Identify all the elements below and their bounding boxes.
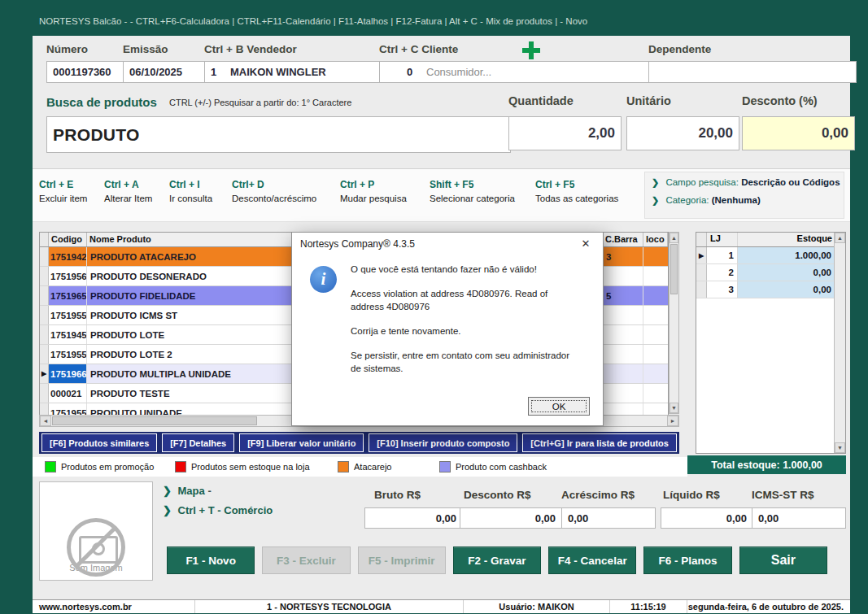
vendedor-shortcut: Ctrl + B bbox=[204, 43, 243, 55]
shortcut-alterar-item[interactable]: Ctrl + AAlterar Item bbox=[104, 179, 152, 203]
emissao-field[interactable]: 06/10/2025 bbox=[123, 61, 208, 83]
product-search-value: PRODUTO bbox=[53, 125, 140, 145]
numero-label: Número bbox=[46, 43, 88, 55]
liquido-label: Líquido R$ bbox=[663, 489, 720, 501]
stock-row[interactable]: 3 0,00 bbox=[696, 281, 845, 298]
f10-produto-composto-button[interactable]: [F10] Inserir produto composto bbox=[369, 433, 517, 452]
scroll-right-icon[interactable]: ► bbox=[667, 416, 678, 426]
scroll-up-icon[interactable]: ▲ bbox=[835, 233, 845, 243]
scroll-left-icon[interactable]: ◄ bbox=[40, 416, 51, 426]
desconto-field[interactable]: 0,00 bbox=[742, 116, 855, 150]
liquido-field[interactable]: 0,00 bbox=[661, 507, 753, 529]
f1-novo-button[interactable]: F1 - Novo bbox=[167, 547, 255, 574]
emissao-value: 06/10/2025 bbox=[129, 66, 182, 78]
quantidade-field[interactable]: 2,00 bbox=[508, 116, 622, 150]
header-lj[interactable]: LJ bbox=[707, 233, 738, 246]
mapa-link[interactable]: ❯ Mapa - bbox=[163, 485, 212, 497]
numero-value: 0001197360 bbox=[53, 66, 111, 78]
cliente-label: Ctrl + C Cliente bbox=[379, 43, 458, 55]
ok-button[interactable]: OK bbox=[528, 397, 590, 416]
header-cbarra[interactable]: C.Barra bbox=[603, 233, 643, 246]
f4-cancelar-button[interactable]: F4 - Cancelar bbox=[548, 547, 636, 574]
total-estoque-value: Total estoque: 1.000,00 bbox=[711, 459, 822, 471]
error-message-line1: O que você está tentando fazer não é vál… bbox=[351, 263, 580, 277]
header-codigo[interactable]: Codigo bbox=[49, 233, 87, 246]
f7-detalhes-button[interactable]: [F7] Detalhes bbox=[162, 433, 234, 452]
legend-sem-estoque: Produtos sem estoque na loja bbox=[175, 461, 310, 472]
icms-st-field[interactable]: 0,00 bbox=[752, 507, 846, 529]
add-client-icon[interactable] bbox=[522, 41, 540, 59]
error-dialog-message: O que você está tentando fazer não é vál… bbox=[351, 263, 580, 386]
window-titlebar: NORTESYS Balcão - - CTRL+F6-Calculadora … bbox=[39, 16, 848, 26]
search-info-panel: ❯ Campo pesquisa: Descrição ou Códigos ❯… bbox=[644, 172, 844, 219]
legend-color-swatch bbox=[175, 461, 186, 472]
stock-row[interactable]: ▶ 1 1.000,00 bbox=[696, 247, 845, 264]
shortcut-excluir-item[interactable]: Ctrl + EExcluir item bbox=[39, 179, 87, 203]
no-image-placeholder: Sem Imagem bbox=[39, 481, 153, 581]
stock-vertical-scrollbar[interactable]: ▲ ▼ bbox=[834, 233, 845, 453]
stock-row[interactable]: 2 0,00 bbox=[696, 264, 845, 281]
chevron-icon: ❯ bbox=[163, 485, 172, 497]
shortcut-mudar-pesquisa[interactable]: Ctrl + PMudar pesquisa bbox=[340, 179, 407, 203]
sair-button[interactable]: Sair bbox=[739, 547, 827, 574]
header-loco[interactable]: loco bbox=[643, 233, 668, 246]
legend-promocao: Produtos em promoção bbox=[45, 461, 154, 472]
f3-excluir-button: F3 - Excluir bbox=[262, 547, 350, 574]
scrollbar-thumb[interactable] bbox=[670, 244, 678, 294]
header-estoque[interactable]: Estoque bbox=[738, 233, 845, 246]
info-icon: i bbox=[310, 266, 337, 293]
acrescimo-field[interactable]: 0,00 bbox=[561, 507, 656, 529]
shortcut-desconto[interactable]: Ctrl+ DDesconto/acréscimo bbox=[232, 179, 316, 203]
chevron-icon: ❯ bbox=[652, 195, 659, 205]
status-site[interactable]: www.nortesys.com.br bbox=[33, 600, 195, 613]
scrollbar-thumb[interactable] bbox=[52, 416, 257, 425]
scroll-up-icon[interactable]: ▲ bbox=[670, 233, 678, 243]
ctrl-t-comercio-link[interactable]: ❯ Ctrl + T - Comércio bbox=[163, 504, 273, 516]
quantidade-label: Quantidade bbox=[508, 94, 574, 107]
cliente-name: Consumidor... bbox=[426, 66, 491, 78]
desconto-rs-field[interactable]: 0,00 bbox=[460, 507, 562, 529]
status-date: segunda-feira, 6 de outubro de 2025. bbox=[687, 600, 850, 613]
scroll-down-icon[interactable]: ▼ bbox=[670, 403, 678, 413]
status-time: 11:15:19 bbox=[610, 600, 687, 613]
status-user: Usuário: MAIKON bbox=[464, 600, 610, 613]
f9-liberar-valor-button[interactable]: [F9] Liberar valor unitário bbox=[239, 433, 364, 452]
vendedor-name: MAIKON WINGLER bbox=[230, 66, 326, 78]
error-dialog: Nortesys Company® 4.3.5 ✕ i O que você e… bbox=[291, 232, 604, 426]
legend-color-swatch bbox=[338, 461, 349, 472]
error-message-line4: Se persistir, entre em contato com seu a… bbox=[351, 349, 580, 376]
f5-imprimir-button: F5 - Imprimir bbox=[358, 547, 446, 574]
error-message-line2: Access violation at address 4D080976. Re… bbox=[351, 287, 580, 314]
unitario-value: 20,00 bbox=[698, 125, 733, 142]
cliente-shortcut: Ctrl + C bbox=[379, 43, 418, 55]
shortcut-selecionar-categoria[interactable]: Shift + F5Selecionar categoria bbox=[430, 179, 515, 203]
numero-field[interactable]: 0001197360 bbox=[46, 61, 133, 83]
dependente-label: Dependente bbox=[648, 43, 711, 55]
scroll-down-icon[interactable]: ▼ bbox=[835, 442, 845, 453]
campo-pesquisa-row: ❯ Campo pesquisa: Descrição ou Códigos bbox=[652, 177, 837, 188]
cliente-label-text: Cliente bbox=[421, 43, 458, 55]
row-marker-icon: ▶ bbox=[699, 252, 704, 259]
f2-gravar-button[interactable]: F2 - Gravar bbox=[453, 547, 541, 574]
bruto-field[interactable]: 0,00 bbox=[364, 507, 463, 529]
dependente-field[interactable] bbox=[648, 61, 857, 83]
unitario-label: Unitário bbox=[626, 94, 671, 107]
close-icon[interactable]: ✕ bbox=[577, 237, 595, 250]
app-window: { "window": { "title": "NORTESYS Balcão … bbox=[0, 0, 868, 614]
f6-planos-button[interactable]: F6 - Planos bbox=[643, 547, 731, 574]
stock-panel-header: LJ Estoque bbox=[696, 233, 845, 247]
table-vertical-scrollbar[interactable]: ▲ ▼ bbox=[669, 232, 679, 414]
error-dialog-titlebar[interactable]: Nortesys Company® 4.3.5 ✕ bbox=[292, 233, 603, 255]
ctrlg-lista-produtos-button[interactable]: [Ctrl+G] Ir para lista de produtos bbox=[522, 433, 677, 452]
f6-produtos-similares-button[interactable]: [F6] Produtos similares bbox=[41, 433, 157, 452]
chevron-icon: ❯ bbox=[652, 177, 659, 187]
fkey-bar: [F6] Produtos similares [F7] Detalhes [F… bbox=[39, 432, 679, 454]
cliente-field[interactable]: 0 Consumidor... bbox=[379, 61, 651, 83]
campo-pesquisa-label: Campo pesquisa: bbox=[665, 177, 739, 187]
chevron-icon: ❯ bbox=[163, 504, 172, 516]
shortcut-todas-categorias[interactable]: Ctrl + F5Todas as categorias bbox=[535, 179, 618, 203]
unitario-field[interactable]: 20,00 bbox=[626, 116, 739, 150]
shortcut-ir-consulta[interactable]: Ctrl + IIr consulta bbox=[169, 179, 212, 203]
product-search-input[interactable]: PRODUTO bbox=[46, 116, 511, 153]
vendedor-field[interactable]: 1 MAIKON WINGLER bbox=[204, 61, 384, 83]
